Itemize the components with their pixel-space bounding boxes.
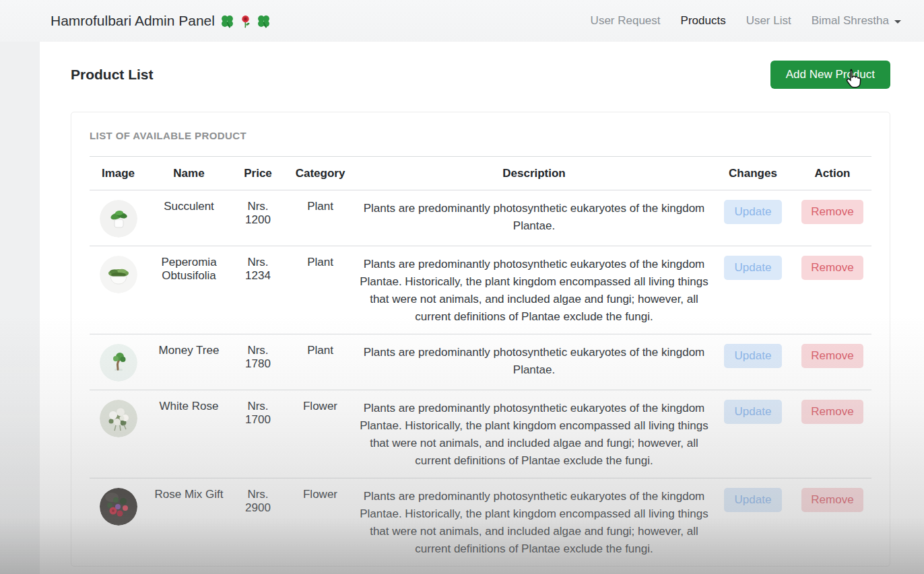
- clover-icon: [220, 13, 235, 29]
- product-image: [100, 200, 137, 238]
- card-header: LIST OF AVAILABLE PRODUCT: [90, 130, 871, 141]
- product-image-cell: [90, 246, 147, 334]
- nav-item-user-list[interactable]: User List: [746, 14, 791, 28]
- table-row: Succulent Nrs. 1200 Plant Plants are pre…: [90, 190, 871, 246]
- product-description: Plants are predominantly photosynthetic …: [356, 390, 713, 478]
- product-image-cell: [90, 190, 147, 246]
- product-category: Flower: [285, 390, 356, 478]
- action-cell: Remove: [793, 190, 871, 246]
- column-header-image: Image: [90, 157, 147, 190]
- product-description: Plants are predominantly photosynthetic …: [356, 478, 713, 567]
- changes-cell: Update: [713, 390, 793, 478]
- product-description: Plants are predominantly photosynthetic …: [356, 334, 713, 390]
- update-button[interactable]: Update: [724, 256, 783, 280]
- product-image: [100, 488, 137, 526]
- changes-cell: Update: [713, 246, 793, 334]
- update-button[interactable]: Update: [724, 488, 783, 512]
- brand-title: Hamrofulbari Admin Panel: [51, 13, 215, 29]
- table-header-row: Image Name Price Category Description Ch…: [90, 157, 871, 190]
- brand[interactable]: Hamrofulbari Admin Panel: [51, 13, 271, 29]
- table-row: Rose Mix Gift Nrs. 2900 Flower Plants ar…: [90, 478, 871, 567]
- column-header-action: Action: [793, 157, 871, 190]
- remove-button[interactable]: Remove: [801, 488, 863, 512]
- product-price: Nrs. 1200: [231, 190, 285, 246]
- top-navbar: Hamrofulbari Admin Panel User Request Pr…: [0, 0, 924, 42]
- product-price: Nrs. 1780: [231, 334, 285, 390]
- update-button[interactable]: Update: [724, 400, 783, 424]
- product-image: [100, 400, 137, 437]
- product-description: Plants are predominantly photosynthetic …: [356, 190, 713, 246]
- product-image-cell: [90, 478, 147, 567]
- nav-item-products[interactable]: Products: [681, 14, 726, 28]
- page-title: Product List: [71, 67, 154, 83]
- chevron-down-icon: [894, 20, 901, 24]
- changes-cell: Update: [713, 334, 793, 390]
- update-button[interactable]: Update: [724, 200, 783, 224]
- main-content: Product List Add New Product LIST OF AVA…: [40, 42, 924, 574]
- action-cell: Remove: [793, 334, 871, 390]
- column-header-price: Price: [231, 157, 285, 190]
- product-image: [100, 256, 137, 293]
- rose-icon: [238, 13, 253, 29]
- product-image-cell: [90, 334, 147, 390]
- add-new-product-button[interactable]: Add New Product: [770, 61, 890, 89]
- user-menu-dropdown[interactable]: Bimal Shrestha: [812, 14, 901, 28]
- action-cell: Remove: [793, 390, 871, 478]
- brand-icons: [220, 13, 271, 29]
- product-table: Image Name Price Category Description Ch…: [90, 156, 871, 566]
- changes-cell: Update: [713, 478, 793, 567]
- action-cell: Remove: [793, 246, 871, 334]
- product-list-card: LIST OF AVAILABLE PRODUCT Image Name Pri…: [71, 112, 890, 567]
- clover-icon: [256, 13, 271, 29]
- product-image-cell: [90, 390, 147, 478]
- page-header: Product List Add New Product: [71, 61, 890, 89]
- product-image: [100, 344, 137, 382]
- column-header-description: Description: [356, 157, 713, 190]
- product-description: Plants are predominantly photosynthetic …: [356, 246, 713, 334]
- table-row: Peperomia Obtusifolia Nrs. 1234 Plant Pl…: [90, 246, 871, 334]
- remove-button[interactable]: Remove: [801, 344, 863, 368]
- product-name: Rose Mix Gift: [147, 478, 231, 567]
- product-table-body: Succulent Nrs. 1200 Plant Plants are pre…: [90, 190, 871, 567]
- remove-button[interactable]: Remove: [801, 200, 863, 224]
- table-row: White Rose Nrs. 1700 Flower Plants are p…: [90, 390, 871, 478]
- changes-cell: Update: [713, 190, 793, 246]
- nav-links: User Request Products User List Bimal Sh…: [591, 14, 901, 28]
- remove-button[interactable]: Remove: [801, 400, 863, 424]
- product-price: Nrs. 1700: [231, 390, 285, 478]
- update-button[interactable]: Update: [724, 344, 783, 368]
- column-header-category: Category: [285, 157, 356, 190]
- product-category: Plant: [285, 334, 356, 390]
- product-name: Succulent: [147, 190, 231, 246]
- product-name: Peperomia Obtusifolia: [147, 246, 231, 334]
- product-name: White Rose: [147, 390, 231, 478]
- product-name: Money Tree: [147, 334, 231, 390]
- product-category: Plant: [285, 190, 356, 246]
- product-category: Plant: [285, 246, 356, 334]
- column-header-changes: Changes: [713, 157, 793, 190]
- user-menu-label: Bimal Shrestha: [812, 14, 889, 28]
- product-category: Flower: [285, 478, 356, 567]
- column-header-name: Name: [147, 157, 231, 190]
- nav-item-user-request[interactable]: User Request: [591, 14, 661, 28]
- product-price: Nrs. 2900: [231, 478, 285, 567]
- action-cell: Remove: [793, 478, 871, 567]
- remove-button[interactable]: Remove: [801, 256, 863, 280]
- product-price: Nrs. 1234: [231, 246, 285, 334]
- table-row: Money Tree Nrs. 1780 Plant Plants are pr…: [90, 334, 871, 390]
